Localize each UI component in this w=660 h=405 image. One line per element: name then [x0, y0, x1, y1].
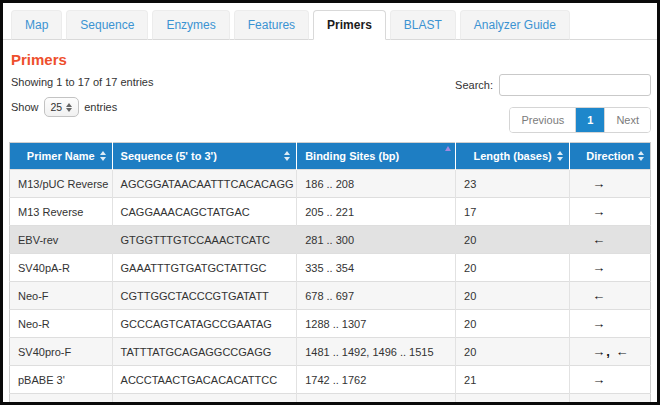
tab-map[interactable]: Map	[11, 10, 62, 40]
tab-analyzer-guide[interactable]: Analyzer Guide	[460, 10, 570, 40]
primer-name-cell: Neo-R	[10, 310, 113, 338]
primers-table: Primer NameSequence (5' to 3')Binding Si…	[9, 142, 651, 405]
sequence-cell: GAAATTTGTGATGCTATTGC	[112, 254, 297, 282]
tab-features[interactable]: Features	[234, 10, 309, 40]
table-row-m13-reverse[interactable]: M13 ReverseCAGGAAACAGCTATGAC205 .. 22117…	[10, 198, 651, 226]
search-input[interactable]	[499, 74, 651, 96]
column-label: Direction	[586, 150, 634, 162]
direction-both-arrow-icon: →, ←	[592, 344, 629, 359]
sort-both-icon	[100, 151, 106, 161]
length-cell: 20	[456, 310, 570, 338]
length-cell: 20	[456, 226, 570, 254]
direction-forward-arrow-icon: →	[592, 372, 606, 387]
primer-name-cell: SV40pA-R	[10, 254, 113, 282]
primers-table-header: Primer NameSequence (5' to 3')Binding Si…	[10, 143, 651, 170]
direction-reverse-arrow-icon: ←	[592, 400, 606, 405]
sequence-cell: GCCCAGTCATAGCCGAATAG	[112, 310, 297, 338]
primer-name-cell: M13/pUC Reverse	[10, 170, 113, 198]
length-cell: 21	[456, 366, 570, 394]
primer-name-cell: pBABE 3'	[10, 366, 113, 394]
direction-cell: →	[570, 366, 651, 394]
table-row-sv40pa-r[interactable]: SV40pA-RGAAATTTGTGATGCTATTGC335 .. 35420…	[10, 254, 651, 282]
table-row-f1ori-f[interactable]: F1ori-FGTGGACTCTTGTTCCAAACTGG1881 .. 190…	[10, 394, 651, 405]
entries-label: entries	[84, 101, 117, 113]
tab-enzymes[interactable]: Enzymes	[152, 10, 229, 40]
pagination-previous-button[interactable]: Previous	[510, 108, 575, 132]
primer-name-cell: Neo-F	[10, 282, 113, 310]
column-label: Binding Sites (bp)	[305, 150, 399, 162]
binding-sites-cell: 1288 .. 1307	[297, 310, 456, 338]
binding-sites-cell: 205 .. 221	[297, 198, 456, 226]
table-controls: Showing 1 to 17 of 17 entries Show 25 en…	[9, 74, 651, 133]
primer-name-cell: M13 Reverse	[10, 198, 113, 226]
sort-both-icon	[638, 151, 644, 161]
pagination-next-button[interactable]: Next	[604, 108, 650, 132]
pagination-page-1-button[interactable]: 1	[575, 108, 604, 132]
direction-reverse-arrow-icon: ←	[592, 288, 606, 303]
primer-name-cell: F1ori-F	[10, 394, 113, 405]
sequence-cell: GTGGACTCTTGTTCCAAACTGG	[112, 394, 297, 405]
direction-reverse-arrow-icon: ←	[592, 232, 606, 247]
length-cell: 17	[456, 198, 570, 226]
column-label: Sequence (5' to 3')	[121, 150, 217, 162]
column-header-direction[interactable]: Direction	[570, 143, 651, 170]
direction-forward-arrow-icon: →	[592, 176, 606, 191]
direction-cell: →	[570, 310, 651, 338]
sort-both-icon	[284, 151, 290, 161]
length-cell: 22	[456, 394, 570, 405]
column-header-sequence-5-to-3[interactable]: Sequence (5' to 3')	[112, 143, 297, 170]
show-label: Show	[11, 101, 39, 113]
binding-sites-cell: 678 .. 697	[297, 282, 456, 310]
direction-cell: →	[570, 254, 651, 282]
binding-sites-cell: 1742 .. 1762	[297, 366, 456, 394]
table-controls-right: Search: Previous 1 Next	[455, 74, 651, 133]
column-header-primer-name[interactable]: Primer Name	[10, 143, 113, 170]
binding-sites-cell: 1881 .. 1902	[297, 394, 456, 405]
page-size-select[interactable]: 25	[44, 97, 80, 117]
column-label: Primer Name	[27, 150, 95, 162]
tab-sequence[interactable]: Sequence	[66, 10, 148, 40]
sequence-cell: CAGGAAACAGCTATGAC	[112, 198, 297, 226]
search-control: Search:	[455, 74, 651, 96]
sequence-cell: GTGGTTTGTCCAAACTCATC	[112, 226, 297, 254]
table-row-neo-f[interactable]: Neo-FCGTTGGCTACCCGTGATATT678 .. 69720←	[10, 282, 651, 310]
column-label: Length (bases)	[474, 150, 552, 162]
page-title: Primers	[11, 51, 651, 68]
sort-ascending-icon	[445, 146, 451, 151]
column-header-length-bases[interactable]: Length (bases)	[456, 143, 570, 170]
column-header-binding-sites-bp[interactable]: Binding Sites (bp)	[297, 143, 456, 170]
binding-sites-cell: 1481 .. 1492, 1496 .. 1515	[297, 338, 456, 366]
sort-both-icon	[557, 151, 563, 161]
length-cell: 20	[456, 338, 570, 366]
length-cell: 20	[456, 254, 570, 282]
direction-cell: ←	[570, 282, 651, 310]
primer-name-cell: SV40pro-F	[10, 338, 113, 366]
pagination: Previous 1 Next	[509, 107, 651, 133]
page-size-value: 25	[51, 101, 63, 113]
length-cell: 20	[456, 282, 570, 310]
binding-sites-cell: 186 .. 208	[297, 170, 456, 198]
direction-forward-arrow-icon: →	[592, 260, 606, 275]
analyzer-window: MapSequenceEnzymesFeaturesPrimersBLASTAn…	[0, 0, 660, 405]
direction-cell: ←	[570, 394, 651, 405]
select-stepper-icon	[66, 103, 72, 112]
table-row-sv40pro-f[interactable]: SV40pro-FTATTTATGCAGAGGCCGAGG1481 .. 149…	[10, 338, 651, 366]
tab-blast[interactable]: BLAST	[390, 10, 456, 40]
direction-cell: →, ←	[570, 338, 651, 366]
table-row-neo-r[interactable]: Neo-RGCCCAGTCATAGCCGAATAG1288 .. 130720→	[10, 310, 651, 338]
table-row-ebv-rev[interactable]: EBV-revGTGGTTTGTCCAAACTCATC281 .. 30020←	[10, 226, 651, 254]
tab-primers[interactable]: Primers	[313, 10, 386, 40]
length-cell: 23	[456, 170, 570, 198]
table-row-pbabe-3[interactable]: pBABE 3'ACCCTAACTGACACACATTCC1742 .. 176…	[10, 366, 651, 394]
table-info: Showing 1 to 17 of 17 entries	[11, 76, 153, 88]
tab-bar: MapSequenceEnzymesFeaturesPrimersBLASTAn…	[3, 3, 657, 40]
sequence-cell: CGTTGGCTACCCGTGATATT	[112, 282, 297, 310]
sequence-cell: AGCGGATAACAATTTCACACAGG	[112, 170, 297, 198]
sequence-cell: TATTTATGCAGAGGCCGAGG	[112, 338, 297, 366]
table-row-m13-puc-reverse[interactable]: M13/pUC ReverseAGCGGATAACAATTTCACACAGG18…	[10, 170, 651, 198]
binding-sites-cell: 335 .. 354	[297, 254, 456, 282]
direction-cell: →	[570, 170, 651, 198]
primer-name-cell: EBV-rev	[10, 226, 113, 254]
sequence-cell: ACCCTAACTGACACACATTCC	[112, 366, 297, 394]
direction-cell: ←	[570, 226, 651, 254]
